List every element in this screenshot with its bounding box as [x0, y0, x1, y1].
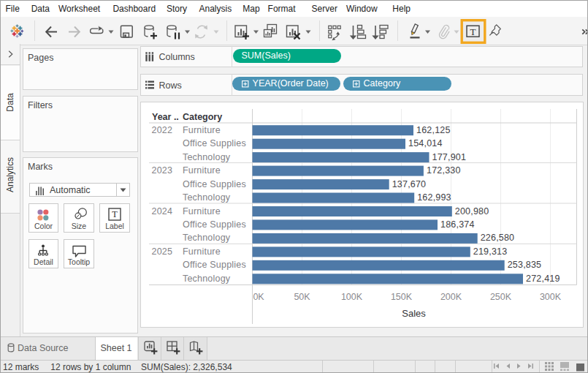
svg-text:150K: 150K [391, 292, 413, 302]
svg-text:Furniture: Furniture [183, 246, 221, 257]
svg-text:200K: 200K [440, 292, 462, 302]
svg-text:137,670: 137,670 [392, 179, 427, 189]
svg-text:Office Supplies: Office Supplies [183, 138, 246, 148]
svg-text:177,901: 177,901 [432, 152, 467, 162]
svg-text:253,835: 253,835 [508, 260, 542, 270]
svg-text:2023: 2023 [152, 165, 173, 176]
svg-text:T: T [112, 209, 118, 219]
svg-text:186,374: 186,374 [440, 219, 475, 230]
svg-text:Technology: Technology [183, 152, 231, 162]
svg-text:2024: 2024 [152, 206, 173, 216]
svg-text:Office Supplies: Office Supplies [183, 219, 246, 230]
svg-text:Sales: Sales [402, 308, 426, 319]
svg-text:250K: 250K [490, 292, 512, 302]
svg-text:272,419: 272,419 [526, 274, 560, 284]
svg-text:Category: Category [183, 112, 222, 122]
svg-text:0K: 0K [253, 292, 264, 302]
svg-text:Furniture: Furniture [183, 125, 221, 135]
svg-text:172,330: 172,330 [427, 165, 461, 176]
svg-text:Furniture: Furniture [183, 165, 221, 176]
svg-text:226,580: 226,580 [481, 233, 515, 243]
svg-text:Office Supplies: Office Supplies [183, 179, 246, 189]
svg-text:Office Supplies: Office Supplies [183, 260, 246, 270]
svg-text:300K: 300K [540, 292, 562, 302]
svg-text:2022: 2022 [152, 125, 173, 135]
svg-text:100K: 100K [341, 292, 363, 302]
svg-text:Technology: Technology [183, 233, 231, 243]
svg-text:Technology: Technology [183, 192, 231, 203]
svg-text:200,980: 200,980 [455, 206, 489, 216]
svg-text:Furniture: Furniture [183, 206, 221, 216]
svg-text:154,014: 154,014 [408, 138, 443, 148]
svg-text:162,993: 162,993 [417, 192, 451, 203]
svg-text:162,125: 162,125 [416, 125, 451, 135]
svg-text:T: T [470, 26, 476, 37]
svg-text:Year ..: Year .. [152, 112, 179, 122]
svg-text:50K: 50K [294, 292, 310, 302]
svg-text:2025: 2025 [152, 246, 173, 257]
svg-text:219,313: 219,313 [473, 246, 508, 257]
svg-text:Technology: Technology [183, 274, 231, 284]
